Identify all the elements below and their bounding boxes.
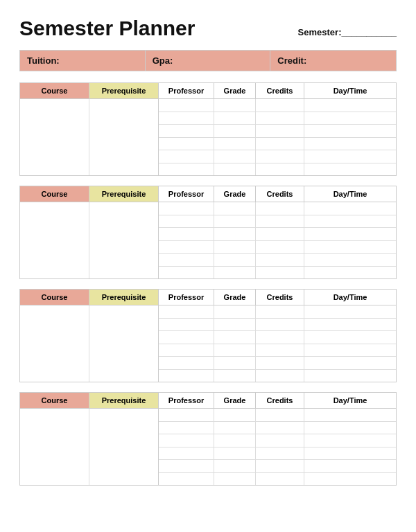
daytime-field[interactable]	[304, 138, 396, 150]
daytime-field[interactable]	[304, 202, 396, 215]
professor-field[interactable]	[159, 344, 214, 357]
prereq-cell[interactable]	[89, 409, 159, 485]
credits-field[interactable]	[256, 344, 304, 357]
credits-field[interactable]	[256, 357, 304, 369]
gpa-cell[interactable]: Gpa:	[146, 51, 271, 71]
prereq-cell[interactable]	[89, 202, 159, 278]
course-cell[interactable]	[20, 409, 89, 485]
credits-field[interactable]	[256, 473, 304, 486]
prereq-cell[interactable]	[89, 99, 159, 175]
credits-field[interactable]	[256, 112, 304, 125]
credits-field[interactable]	[256, 163, 304, 176]
credits-field[interactable]	[256, 305, 304, 318]
professor-field[interactable]	[159, 254, 214, 266]
grade-field[interactable]	[214, 138, 256, 150]
daytime-field[interactable]	[304, 434, 396, 447]
credits-field[interactable]	[256, 267, 304, 279]
daytime-field[interactable]	[304, 215, 396, 228]
grade-field[interactable]	[214, 305, 256, 318]
grade-field[interactable]	[214, 112, 256, 125]
daytime-field[interactable]	[304, 267, 396, 279]
grade-field[interactable]	[214, 422, 256, 434]
grade-field[interactable]	[214, 434, 256, 447]
credits-field[interactable]	[256, 150, 304, 163]
grade-field[interactable]	[214, 228, 256, 240]
professor-field[interactable]	[159, 357, 214, 369]
daytime-field[interactable]	[304, 409, 396, 421]
professor-field[interactable]	[159, 202, 214, 215]
professor-field[interactable]	[159, 99, 214, 112]
credits-field[interactable]	[256, 409, 304, 421]
grade-field[interactable]	[214, 215, 256, 228]
grade-field[interactable]	[214, 460, 256, 472]
professor-field[interactable]	[159, 241, 214, 254]
credits-field[interactable]	[256, 138, 304, 150]
credits-field[interactable]	[256, 422, 304, 434]
daytime-field[interactable]	[304, 125, 396, 137]
prereq-cell[interactable]	[89, 305, 159, 382]
grade-field[interactable]	[214, 319, 256, 331]
professor-field[interactable]	[159, 434, 214, 447]
credits-field[interactable]	[256, 254, 304, 266]
credits-field[interactable]	[256, 447, 304, 460]
grade-field[interactable]	[214, 331, 256, 344]
professor-field[interactable]	[159, 267, 214, 279]
daytime-field[interactable]	[304, 460, 396, 472]
credits-field[interactable]	[256, 241, 304, 254]
professor-field[interactable]	[159, 409, 214, 421]
grade-field[interactable]	[214, 99, 256, 112]
daytime-field[interactable]	[304, 473, 396, 486]
grade-field[interactable]	[214, 125, 256, 137]
tuition-cell[interactable]: Tuition:	[20, 51, 146, 71]
professor-field[interactable]	[159, 138, 214, 150]
grade-field[interactable]	[214, 241, 256, 254]
course-cell[interactable]	[20, 99, 89, 175]
credits-field[interactable]	[256, 202, 304, 215]
grade-field[interactable]	[214, 370, 256, 382]
professor-field[interactable]	[159, 319, 214, 331]
credits-field[interactable]	[256, 319, 304, 331]
professor-field[interactable]	[159, 215, 214, 228]
credits-field[interactable]	[256, 215, 304, 228]
daytime-field[interactable]	[304, 422, 396, 434]
credits-field[interactable]	[256, 99, 304, 112]
daytime-field[interactable]	[304, 163, 396, 176]
course-cell[interactable]	[20, 202, 89, 278]
grade-field[interactable]	[214, 447, 256, 460]
grade-field[interactable]	[214, 409, 256, 421]
daytime-field[interactable]	[304, 112, 396, 125]
daytime-field[interactable]	[304, 241, 396, 254]
professor-field[interactable]	[159, 460, 214, 472]
course-cell[interactable]	[20, 305, 89, 382]
professor-field[interactable]	[159, 305, 214, 318]
daytime-field[interactable]	[304, 344, 396, 357]
credits-field[interactable]	[256, 331, 304, 344]
grade-field[interactable]	[214, 344, 256, 357]
daytime-field[interactable]	[304, 228, 396, 240]
professor-field[interactable]	[159, 331, 214, 344]
professor-field[interactable]	[159, 228, 214, 240]
credits-field[interactable]	[256, 228, 304, 240]
credits-field[interactable]	[256, 460, 304, 472]
professor-field[interactable]	[159, 125, 214, 137]
professor-field[interactable]	[159, 150, 214, 163]
grade-field[interactable]	[214, 473, 256, 486]
daytime-field[interactable]	[304, 370, 396, 382]
professor-field[interactable]	[159, 422, 214, 434]
professor-field[interactable]	[159, 370, 214, 382]
grade-field[interactable]	[214, 254, 256, 266]
professor-field[interactable]	[159, 163, 214, 176]
grade-field[interactable]	[214, 357, 256, 369]
credits-field[interactable]	[256, 370, 304, 382]
grade-field[interactable]	[214, 150, 256, 163]
daytime-field[interactable]	[304, 305, 396, 318]
daytime-field[interactable]	[304, 357, 396, 369]
daytime-field[interactable]	[304, 331, 396, 344]
grade-field[interactable]	[214, 163, 256, 176]
daytime-field[interactable]	[304, 319, 396, 331]
grade-field[interactable]	[214, 202, 256, 215]
professor-field[interactable]	[159, 473, 214, 486]
daytime-field[interactable]	[304, 447, 396, 460]
professor-field[interactable]	[159, 447, 214, 460]
daytime-field[interactable]	[304, 150, 396, 163]
